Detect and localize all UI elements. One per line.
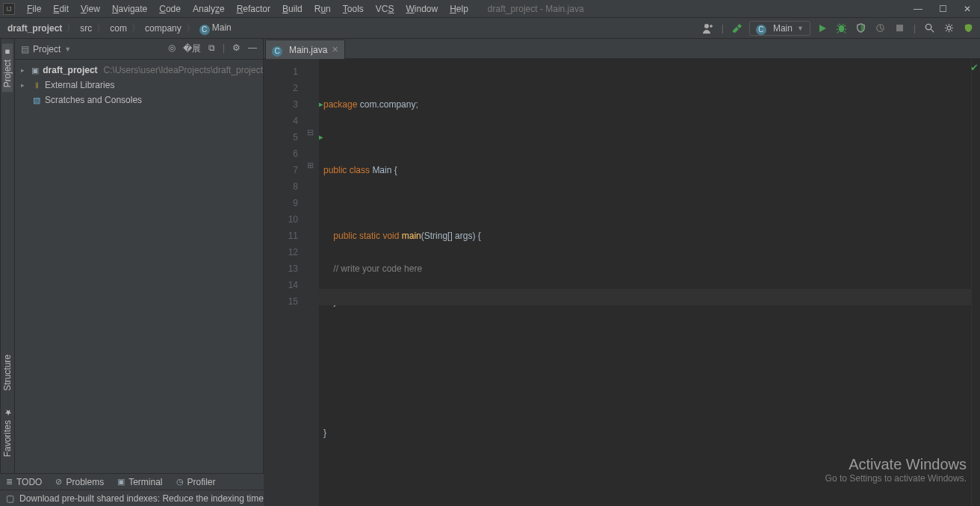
tab-problems[interactable]: ⊘Problems (55, 477, 104, 487)
menu-bar: IJ File Edit View Navigate Code Analyze … (0, 0, 980, 18)
fold-column[interactable]: ⊟ ⊞ (306, 59, 319, 506)
line-number: 1 (264, 63, 298, 80)
shield-icon[interactable] (961, 21, 976, 36)
tree-row-libs[interactable]: ▸ ⫴ External Libraries (15, 78, 263, 93)
line-number: 15 (264, 293, 298, 310)
breadcrumb[interactable]: CMain (196, 22, 235, 34)
folder-icon: ▤ (21, 44, 29, 54)
editor-tab-main[interactable]: C Main.java ✕ (265, 40, 345, 59)
editor-tabstrip: C Main.java ✕ (264, 39, 980, 59)
svg-rect-3 (896, 25, 903, 31)
chevron-right-icon[interactable]: ▸ (21, 81, 28, 89)
breadcrumb[interactable]: src (77, 23, 95, 34)
line-number: 13 (264, 260, 298, 277)
tree-label: draft_project (43, 65, 97, 75)
breadcrumb[interactable]: com (107, 23, 130, 34)
clock-icon: ◷ (176, 477, 184, 487)
svg-point-5 (947, 26, 951, 30)
tool-windows-icon[interactable]: ▢ (4, 493, 15, 504)
class-icon: C (272, 46, 282, 57)
editor-body[interactable]: 1 2 3 4 5 6 7 8 9 10 11 12 13 14 15 ▶ ▶ (264, 59, 980, 506)
window-close-icon[interactable]: ✕ (964, 4, 971, 14)
coverage-icon[interactable] (854, 21, 869, 36)
fold-close-icon[interactable]: ⊞ (307, 160, 314, 170)
library-icon: ⫴ (31, 80, 42, 90)
chevron-right-icon: 〉 (130, 22, 142, 34)
menu-window[interactable]: Window (400, 4, 444, 14)
tree-row-scratches[interactable]: ▧ Scratches and Consoles (15, 93, 263, 107)
navigation-bar: draft_project 〉 src 〉 com 〉 company 〉 CM… (0, 18, 980, 39)
tab-terminal[interactable]: ▣Terminal (117, 477, 162, 487)
window-minimize-icon[interactable]: — (914, 4, 922, 14)
line-number: 2 (264, 80, 298, 96)
tab-todo[interactable]: ≣TODO (6, 477, 42, 487)
menu-view[interactable]: View (75, 4, 106, 14)
line-number: 5 (264, 129, 298, 146)
chevron-down-icon: ▼ (797, 25, 804, 32)
search-icon[interactable] (922, 21, 937, 36)
project-panel-header: ▤ Project ▼ ◎ �展 ⧉ | ⚙ — (15, 39, 263, 60)
separator: | (720, 23, 725, 34)
class-icon: C (199, 25, 210, 35)
warning-icon: ⊘ (55, 477, 62, 487)
profiler-run-icon[interactable] (873, 21, 888, 36)
current-line-highlight (319, 289, 971, 305)
gear-icon[interactable]: ⚙ (232, 43, 241, 55)
gear-icon[interactable] (941, 21, 956, 36)
class-icon: C (756, 25, 766, 35)
tree-row-root[interactable]: ▸ ▣ draft_project C:\Users\user\IdeaProj… (15, 63, 263, 78)
line-number: 7 (264, 162, 298, 178)
menu-build[interactable]: Build (276, 4, 308, 14)
line-gutter[interactable]: 1 2 3 4 5 6 7 8 9 10 11 12 13 14 15 ▶ ▶ (264, 59, 306, 506)
tab-structure[interactable]: Structure (2, 350, 13, 396)
menu-edit[interactable]: Edit (47, 4, 75, 14)
breadcrumb[interactable]: draft_project (4, 23, 65, 34)
scratches-icon: ▧ (31, 95, 42, 105)
menu-run[interactable]: Run (308, 4, 337, 14)
line-number: 3 (264, 96, 298, 113)
tab-project[interactable]: Project ■ (2, 43, 13, 92)
run-config-selector[interactable]: C Main ▼ (749, 21, 810, 36)
editor-area: C Main.java ✕ 1 2 3 4 5 6 7 8 9 10 11 12… (264, 39, 980, 473)
project-tool-window: ▤ Project ▼ ◎ �展 ⧉ | ⚙ — ▸ ▣ draft_proje… (15, 39, 264, 473)
tab-profiler[interactable]: ◷Profiler (176, 477, 216, 487)
menu-tools[interactable]: Tools (337, 4, 370, 14)
project-tree[interactable]: ▸ ▣ draft_project C:\Users\user\IdeaProj… (15, 60, 263, 473)
menu-help[interactable]: Help (444, 4, 474, 14)
close-icon[interactable]: ✕ (332, 45, 338, 54)
line-number: 10 (264, 211, 298, 228)
window-maximize-icon[interactable]: ☐ (939, 4, 947, 14)
add-user-icon[interactable] (701, 21, 716, 36)
menu-vcs[interactable]: VCS (370, 4, 400, 14)
main-area: Project ■ Structure Favorites ★ ▤ Projec… (0, 39, 980, 473)
menu-navigate[interactable]: Navigate (106, 4, 153, 14)
terminal-icon: ▣ (117, 477, 125, 487)
collapse-all-icon[interactable]: ⧉ (208, 43, 215, 55)
bug-icon[interactable] (834, 21, 849, 36)
code-area[interactable]: package com.company; public class Main {… (319, 59, 971, 506)
svg-point-1 (839, 25, 845, 32)
app-logo-icon: IJ (3, 3, 15, 15)
separator: | (912, 23, 917, 34)
project-view-selector[interactable]: ▤ Project ▼ (21, 44, 71, 54)
menu-refactor[interactable]: Refactor (231, 4, 276, 14)
menu-analyze[interactable]: Analyze (187, 4, 231, 14)
breadcrumb[interactable]: company (142, 23, 184, 34)
tab-favorites[interactable]: Favorites ★ (2, 403, 13, 461)
check-icon: ✔ (970, 62, 979, 73)
target-icon[interactable]: ◎ (168, 43, 176, 55)
tree-label: Scratches and Consoles (45, 95, 142, 105)
expand-all-icon[interactable]: �展 (183, 43, 201, 55)
chevron-right-icon[interactable]: ▸ (21, 66, 28, 74)
menu-code[interactable]: Code (153, 4, 187, 14)
tree-label: External Libraries (45, 80, 114, 90)
window-title: draft_project - Main.java (488, 4, 584, 14)
fold-open-icon[interactable]: ⊟ (307, 128, 314, 137)
hammer-icon[interactable] (730, 21, 745, 36)
menu-file[interactable]: File (21, 4, 47, 14)
minimize-panel-icon[interactable]: — (248, 43, 257, 55)
stop-icon[interactable] (893, 21, 908, 36)
play-icon[interactable] (815, 21, 830, 36)
line-number: 8 (264, 178, 298, 195)
validation-strip[interactable]: ✔ (971, 59, 980, 506)
